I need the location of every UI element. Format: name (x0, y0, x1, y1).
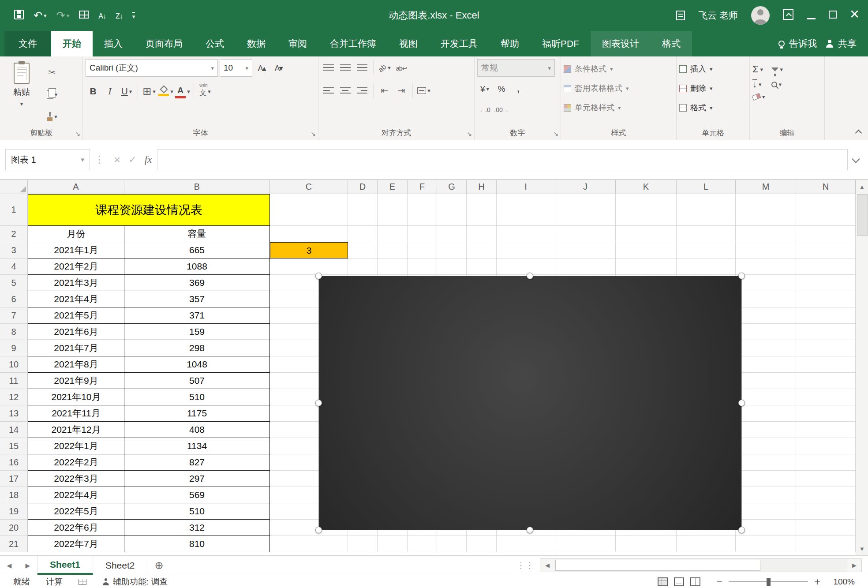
cell-F3[interactable] (408, 242, 437, 258)
decrease-indent-button[interactable] (377, 82, 392, 99)
vertical-scroll-thumb[interactable] (857, 194, 868, 236)
maximize-button[interactable] (829, 11, 837, 20)
cell-H3[interactable] (467, 242, 497, 258)
font-size-combo[interactable]: 10 (220, 59, 252, 77)
cell-N17[interactable] (796, 471, 856, 487)
format-as-table-button[interactable]: 套用表格格式 (564, 79, 629, 98)
cell-M11[interactable] (736, 373, 796, 389)
customize-qat-button[interactable] (132, 11, 135, 21)
chart-resize-handle-n[interactable] (527, 273, 533, 279)
page-layout-view-button[interactable] (674, 577, 684, 586)
ribbon-tab-developer[interactable]: 开发工具 (429, 31, 489, 56)
ribbon-tab-file[interactable]: 文件 (4, 31, 51, 56)
cell-D1[interactable] (348, 194, 378, 226)
bold-button[interactable] (86, 83, 101, 100)
column-header-N[interactable]: N (796, 180, 856, 194)
zoom-slider[interactable] (729, 581, 808, 582)
cell-N4[interactable] (796, 258, 856, 275)
cell-A10[interactable]: 2021年8月 (28, 356, 124, 373)
row-header-15[interactable]: 15 (0, 438, 28, 454)
ribbon-tab-help[interactable]: 帮助 (489, 31, 531, 56)
cell-A11[interactable]: 2021年9月 (28, 373, 124, 389)
cell-A6[interactable]: 2021年4月 (28, 291, 124, 307)
comma-style-button[interactable] (511, 80, 526, 97)
cell-M19[interactable] (736, 503, 796, 520)
cell-B5[interactable]: 369 (124, 275, 270, 291)
row-header-14[interactable]: 14 (0, 422, 28, 438)
cell-B11[interactable]: 507 (124, 373, 270, 389)
cell-A14[interactable]: 2021年12月 (28, 422, 124, 438)
increase-decimal-button[interactable] (477, 101, 492, 117)
ribbon-tab-view[interactable]: 视图 (388, 31, 429, 56)
row-header-2[interactable]: 2 (0, 226, 28, 242)
ribbon-tab-page-layout[interactable]: 页面布局 (134, 31, 194, 56)
name-box-splitter[interactable] (94, 154, 104, 165)
macro-record-icon[interactable] (79, 579, 86, 585)
cell-E4[interactable] (378, 258, 408, 275)
cell-N11[interactable] (796, 373, 856, 389)
cell-N1[interactable] (796, 194, 856, 226)
row-header-5[interactable]: 5 (0, 275, 28, 291)
increase-font-size-button[interactable] (254, 60, 269, 76)
decrease-decimal-button[interactable] (494, 101, 509, 117)
page-break-view-button[interactable] (690, 577, 700, 586)
cell-L3[interactable] (677, 242, 736, 258)
cell-J3[interactable] (555, 242, 616, 258)
row-header-4[interactable]: 4 (0, 258, 28, 275)
row-header-6[interactable]: 6 (0, 291, 28, 307)
cell-M7[interactable] (736, 307, 796, 324)
font-color-button[interactable] (175, 83, 190, 100)
merged-title-cell-A1-B1[interactable]: 课程资源建设情况表 (28, 194, 270, 226)
cell-N2[interactable] (796, 226, 856, 242)
normal-view-button[interactable] (658, 577, 668, 586)
column-header-C[interactable]: C (270, 180, 348, 194)
cell-D2[interactable] (348, 226, 378, 242)
cell-C3[interactable]: 3 (270, 242, 348, 258)
cell-A12[interactable]: 2021年10月 (28, 389, 124, 405)
row-header-20[interactable]: 20 (0, 520, 28, 536)
cell-M8[interactable] (736, 324, 796, 340)
cell-N3[interactable] (796, 242, 856, 258)
ribbon-tab-review[interactable]: 审阅 (277, 31, 318, 56)
cell-E2[interactable] (378, 226, 408, 242)
cell-M13[interactable] (736, 405, 796, 422)
cell-A17[interactable]: 2022年3月 (28, 471, 124, 487)
cell-B18[interactable]: 569 (124, 487, 270, 503)
cell-N9[interactable] (796, 340, 856, 356)
column-header-A[interactable]: A (28, 180, 124, 194)
number-dialog-launcher[interactable] (553, 131, 558, 137)
cell-L4[interactable] (677, 258, 736, 275)
row-header-12[interactable]: 12 (0, 389, 28, 405)
format-cells-button[interactable]: 格式 (679, 98, 713, 117)
formula-input[interactable] (157, 149, 848, 170)
vertical-scrollbar[interactable] (856, 180, 868, 555)
cell-M1[interactable] (736, 194, 796, 226)
select-all-corner[interactable] (0, 180, 28, 194)
find-select-button[interactable] (771, 79, 783, 89)
accounting-format-button[interactable] (477, 80, 492, 97)
cell-M14[interactable] (736, 422, 796, 438)
horizontal-scrollbar[interactable] (540, 558, 862, 572)
cell-M21[interactable] (736, 536, 796, 552)
cell-E1[interactable] (378, 194, 408, 226)
column-header-F[interactable]: F (408, 180, 437, 194)
cell-A16[interactable]: 2022年2月 (28, 454, 124, 471)
chart-resize-handle-nw[interactable] (315, 273, 322, 279)
chart-resize-handle-w[interactable] (315, 400, 322, 406)
zoom-level[interactable]: 100% (827, 577, 855, 587)
column-header-L[interactable]: L (677, 180, 736, 194)
clear-button[interactable] (752, 94, 765, 100)
save-button[interactable] (14, 10, 24, 22)
cell-N16[interactable] (796, 454, 856, 471)
scroll-left-button[interactable] (540, 559, 554, 572)
cell-B16[interactable]: 827 (124, 454, 270, 471)
horizontal-splitter[interactable] (512, 556, 540, 575)
cell-A13[interactable]: 2021年11月 (28, 405, 124, 422)
cell-A2[interactable]: 月份 (28, 226, 124, 242)
conditional-formatting-button[interactable]: 条件格式 (564, 59, 613, 79)
share-button[interactable]: 共享 (821, 31, 868, 56)
cut-button[interactable] (43, 64, 61, 81)
zoom-slider-thumb[interactable] (767, 578, 771, 586)
status-calculate[interactable]: 计算 (46, 576, 63, 588)
borders-button[interactable] (142, 83, 157, 100)
